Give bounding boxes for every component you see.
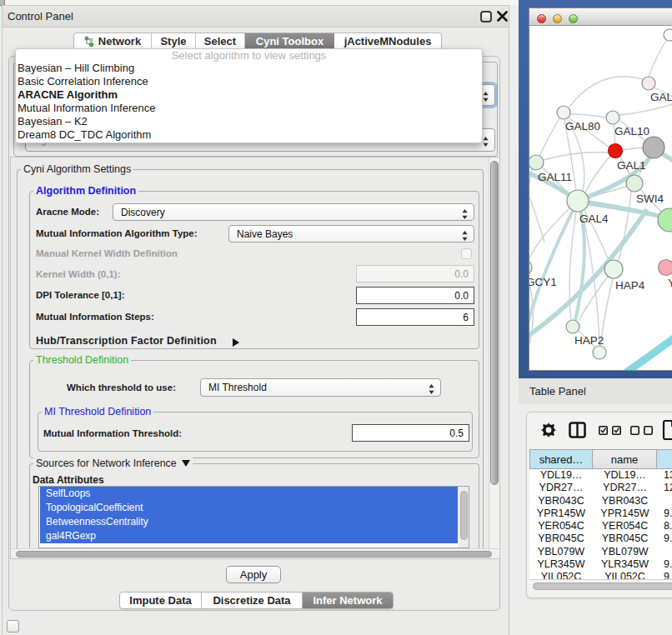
network-edge[interactable]: [544, 152, 609, 160]
attributes-scrollbar-track[interactable]: [458, 487, 469, 548]
mac-minimize-icon[interactable]: [553, 14, 562, 23]
table-row[interactable]: YPR145WYPR145W9.: [529, 508, 672, 520]
table-panel-title: Table Panel: [529, 385, 586, 398]
table-row[interactable]: YBR043CYBR043C: [529, 495, 672, 508]
network-node-label: GAL11: [538, 171, 572, 183]
table-row[interactable]: YBR045CYBR045C9.: [529, 532, 672, 545]
network-node-gal4[interactable]: [567, 190, 589, 212]
bottom-tab-impute-data[interactable]: Impute Data: [120, 592, 202, 608]
network-edge[interactable]: [529, 184, 544, 242]
network-edge[interactable]: [539, 118, 559, 156]
column-header[interactable]: shared…: [529, 449, 593, 469]
sources-collapse-arrow-icon[interactable]: [182, 460, 190, 467]
checked-pair-icon[interactable]: [599, 426, 621, 435]
table-row[interactable]: YIL052CYIL052C9.: [529, 571, 672, 579]
network-node-gal7[interactable]: [642, 77, 655, 90]
network-node-gal11[interactable]: [529, 155, 544, 170]
table-cell: 9.: [657, 532, 672, 545]
float-icon[interactable]: [480, 11, 492, 22]
algorithm-option[interactable]: Mutual Information Inference: [16, 102, 482, 115]
dpi-tolerance-label: DPI Tolerance [0,1]:: [36, 290, 125, 300]
network-node-gal1[interactable]: [609, 144, 623, 158]
attribute-item[interactable]: SelfLoops: [40, 487, 458, 501]
aracne-mode-combo[interactable]: Discovery: [113, 203, 474, 221]
network-edge[interactable]: [619, 192, 631, 261]
network-window-titlebar[interactable]: [529, 8, 672, 26]
network-node-hap2[interactable]: [566, 320, 579, 333]
tab-style[interactable]: Style: [152, 33, 196, 49]
network-node[interactable]: [643, 137, 664, 158]
network-edge[interactable]: [649, 35, 669, 77]
network-edge[interactable]: [626, 334, 672, 371]
network-edge[interactable]: [622, 148, 644, 150]
apply-button[interactable]: Apply: [226, 566, 281, 583]
column-header[interactable]: name: [593, 449, 657, 469]
network-node-y[interactable]: [659, 260, 672, 276]
control-panel-titlebar[interactable]: Control Panel: [3, 6, 509, 28]
settings-vscrollbar-thumb[interactable]: [490, 161, 499, 485]
table-cell: YPR145W: [529, 508, 593, 520]
network-edge[interactable]: [529, 208, 569, 262]
mi-threshold-field[interactable]: 0.5: [352, 424, 469, 442]
settings-hscrollbar-track[interactable]: [11, 548, 499, 559]
document-icon[interactable]: [662, 420, 672, 440]
minimized-window-icon[interactable]: [7, 620, 19, 632]
network-edge[interactable]: [570, 114, 606, 118]
tab-network[interactable]: Network: [74, 33, 152, 49]
mac-close-icon[interactable]: [537, 14, 546, 23]
column-header[interactable]: A: [657, 449, 672, 469]
attribute-item[interactable]: BetweennessCentrality: [40, 515, 458, 529]
tab-cyni-toolbox[interactable]: Cyni Toolbox: [245, 33, 334, 49]
network-canvas[interactable]: GAL7GAL80GAL10GAL1GAL11SWI4GAL4GCY1HAP4Y…: [529, 26, 672, 371]
bottom-tab-bar: Impute DataDiscretize DataInfer Network: [119, 592, 394, 609]
algorithm-option[interactable]: Basic Correlation Inference: [16, 75, 482, 88]
attribute-item[interactable]: TopologicalCoefficient: [40, 501, 458, 515]
hub-expand-arrow-icon[interactable]: [233, 335, 239, 350]
tab-select[interactable]: Select: [196, 33, 245, 49]
algorithm-option[interactable]: ARACNE Algorithm: [16, 88, 482, 102]
network-edge[interactable]: [619, 104, 672, 115]
table-row[interactable]: YDL19…YDL19…13: [529, 469, 672, 482]
mi-steps-field[interactable]: 6: [356, 308, 474, 326]
network-edge[interactable]: [569, 77, 643, 107]
kernel-width-field[interactable]: 0.0: [356, 265, 474, 282]
close-icon[interactable]: [496, 10, 509, 22]
attributes-scrollbar-thumb[interactable]: [460, 491, 468, 540]
network-node-hap4[interactable]: [604, 260, 623, 278]
settings-vscrollbar-track[interactable]: [489, 158, 500, 550]
tab-jactivemnodules[interactable]: jActiveMNodules: [334, 33, 441, 49]
table-row[interactable]: YDR27…YDR27…12: [529, 482, 672, 494]
unchecked-pair-icon[interactable]: [630, 426, 653, 435]
algorithm-option[interactable]: Dream8 DC_TDC Algorithm: [16, 128, 482, 142]
network-node-gcy1[interactable]: [529, 260, 532, 275]
network-node[interactable]: [664, 29, 672, 41]
mac-zoom-icon[interactable]: [569, 14, 578, 23]
table-row[interactable]: YLR345WYLR345W9.: [529, 558, 672, 571]
network-node-gal80[interactable]: [557, 106, 570, 119]
algorithm-option[interactable]: Bayesian – K2: [16, 115, 482, 128]
dpi-tolerance-field[interactable]: 0.0: [356, 287, 474, 304]
settings-hscrollbar-thumb[interactable]: [16, 551, 492, 558]
table-row[interactable]: YER054CYER054C8.: [529, 520, 672, 532]
network-node-gal10[interactable]: [606, 111, 619, 124]
table-hscrollbar-track[interactable]: [529, 579, 672, 591]
network-node[interactable]: [593, 346, 606, 359]
table-panel-titlebar[interactable]: Table Panel: [519, 378, 672, 404]
network-node-swi4[interactable]: [626, 175, 643, 192]
data-attributes-list[interactable]: SelfLoopsTopologicalCoefficientBetweenne…: [38, 486, 469, 548]
table-cell: YIL052C: [529, 571, 593, 579]
bottom-tab-infer-network[interactable]: Infer Network: [303, 592, 393, 608]
gear-icon[interactable]: [541, 422, 556, 438]
attribute-item[interactable]: gal4RGexp: [40, 529, 458, 543]
table-row[interactable]: YBL079WYBL079W: [529, 546, 672, 558]
table-hscrollbar-thumb[interactable]: [533, 582, 672, 590]
manual-kernel-width-checkbox[interactable]: [461, 248, 472, 259]
bottom-tab-discretize-data[interactable]: Discretize Data: [202, 592, 303, 608]
which-threshold-combo[interactable]: MI Threshold: [200, 378, 441, 397]
algorithm-option[interactable]: Bayesian – Hill Climbing: [16, 62, 482, 75]
split-columns-icon[interactable]: [569, 422, 586, 438]
network-edge[interactable]: [529, 209, 647, 338]
network-edge[interactable]: [529, 169, 532, 260]
network-node[interactable]: [658, 208, 672, 232]
mi-algorithm-type-combo[interactable]: Naive Bayes: [228, 225, 474, 242]
